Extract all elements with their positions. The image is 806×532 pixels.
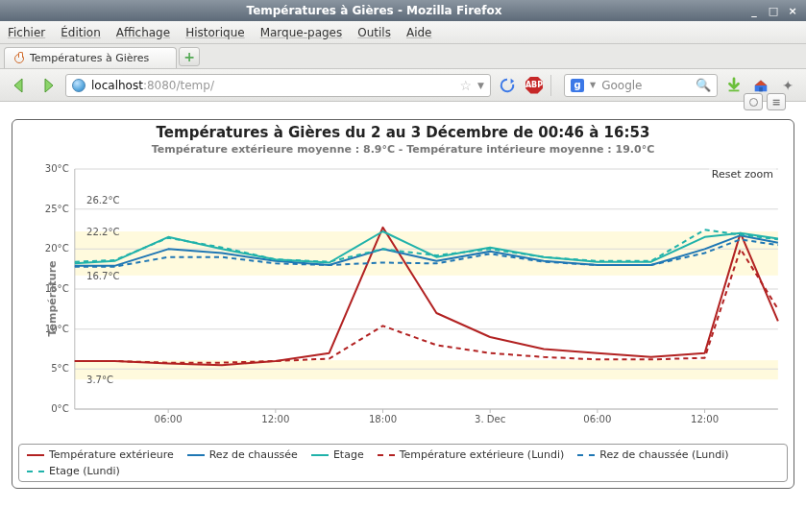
search-placeholder: Google <box>601 79 642 92</box>
svg-text:18:00: 18:00 <box>369 414 397 424</box>
search-bar[interactable]: g ▼ Google 🔍 <box>564 74 718 97</box>
svg-text:5°C: 5°C <box>51 363 69 374</box>
svg-text:06:00: 06:00 <box>583 414 611 424</box>
menu-file[interactable]: Fichier <box>8 26 45 39</box>
site-identity-icon[interactable] <box>72 79 85 92</box>
forward-button[interactable] <box>37 74 60 97</box>
svg-rect-0 <box>729 89 740 91</box>
legend-item-ext-lundi[interactable]: Température extérieure (Lundi) <box>378 448 565 461</box>
back-button[interactable] <box>8 74 31 97</box>
menu-history[interactable]: Historique <box>185 26 245 39</box>
svg-text:30°C: 30°C <box>45 163 69 174</box>
adblock-icon[interactable]: ABP <box>524 75 545 96</box>
search-go-icon[interactable]: 🔍 <box>696 78 711 92</box>
reload-button[interactable] <box>497 75 518 96</box>
menu-edit[interactable]: Édition <box>61 26 101 39</box>
chart-header: Températures à Gières du 2 au 3 Décembre… <box>18 124 788 156</box>
new-tab-button[interactable]: + <box>179 47 200 66</box>
chart-ylabel: Température <box>46 260 59 336</box>
svg-text:26.2°C: 26.2°C <box>86 195 120 206</box>
url-bar[interactable]: localhost:8080/temp/ ☆ ▼ <box>65 74 491 97</box>
legend-item-ext[interactable]: Température extérieure <box>27 448 174 461</box>
tab-active[interactable]: Températures à Gières <box>4 47 177 68</box>
svg-text:16.7°C: 16.7°C <box>86 271 120 281</box>
chart-menu-button[interactable]: ≡ <box>767 93 786 110</box>
svg-text:0°C: 0°C <box>51 403 69 414</box>
svg-text:12:00: 12:00 <box>261 414 289 424</box>
svg-text:12:00: 12:00 <box>691 414 719 424</box>
chart-title: Températures à Gières du 2 au 3 Décembre… <box>18 124 788 141</box>
svg-text:25°C: 25°C <box>45 204 69 214</box>
bookmark-star-icon[interactable]: ☆ <box>460 78 473 93</box>
svg-text:22.2°C: 22.2°C <box>86 227 120 237</box>
chart-container: Températures à Gières du 2 au 3 Décembre… <box>12 119 794 489</box>
svg-text:20°C: 20°C <box>45 243 69 254</box>
window-maximize-button[interactable]: □ <box>766 3 781 18</box>
tab-bar: Températures à Gières + <box>0 44 806 69</box>
legend-item-etage[interactable]: Etage <box>311 448 364 461</box>
menu-bookmarks[interactable]: Marque-pages <box>260 26 343 39</box>
menu-view[interactable]: Affichage <box>116 26 170 39</box>
svg-text:3.7°C: 3.7°C <box>86 375 113 385</box>
legend-item-rdc-lundi[interactable]: Rez de chaussée (Lundi) <box>577 448 728 461</box>
chart-legend: Température extérieure Rez de chaussée E… <box>18 444 788 482</box>
chart-plot[interactable]: Température Reset zoom 0°C5°C10°C15°C20°… <box>18 159 788 438</box>
nav-toolbar: localhost:8080/temp/ ☆ ▼ ABP g ▼ Google … <box>0 69 806 102</box>
window-titlebar: Températures à Gières - Mozilla Firefox … <box>0 0 806 21</box>
legend-item-etage-lundi[interactable]: Etage (Lundi) <box>27 465 120 477</box>
svg-text:06:00: 06:00 <box>155 414 183 424</box>
url-port: :8080 <box>143 79 177 92</box>
favicon-icon <box>14 54 24 63</box>
reset-zoom-button[interactable]: Reset zoom <box>709 167 776 181</box>
toolbar-separator <box>550 75 558 96</box>
legend-item-rdc[interactable]: Rez de chaussée <box>187 448 298 461</box>
window-close-button[interactable]: × <box>785 3 800 18</box>
window-title: Températures à Gières - Mozilla Firefox <box>247 4 502 17</box>
svg-text:3. Dec: 3. Dec <box>475 414 505 424</box>
page-content: Températures à Gières du 2 au 3 Décembre… <box>0 102 806 495</box>
menu-bar: Fichier Édition Affichage Historique Mar… <box>0 21 806 44</box>
url-dropdown-icon[interactable]: ▼ <box>477 81 484 90</box>
downloads-button[interactable] <box>723 75 745 96</box>
chart-export-button[interactable] <box>744 93 763 110</box>
menu-tools[interactable]: Outils <box>357 26 391 39</box>
svg-rect-1 <box>759 86 763 91</box>
url-host: localhost <box>91 79 143 92</box>
window-minimize-button[interactable]: _ <box>746 3 762 18</box>
search-engine-icon[interactable]: g <box>571 79 584 92</box>
url-path: /temp/ <box>176 79 213 92</box>
menu-help[interactable]: Aide <box>406 26 432 39</box>
tab-label: Températures à Gières <box>30 52 149 64</box>
search-dropdown-icon[interactable]: ▼ <box>590 81 596 89</box>
chart-subtitle: Température extérieure moyenne : 8.9°C -… <box>18 143 788 156</box>
